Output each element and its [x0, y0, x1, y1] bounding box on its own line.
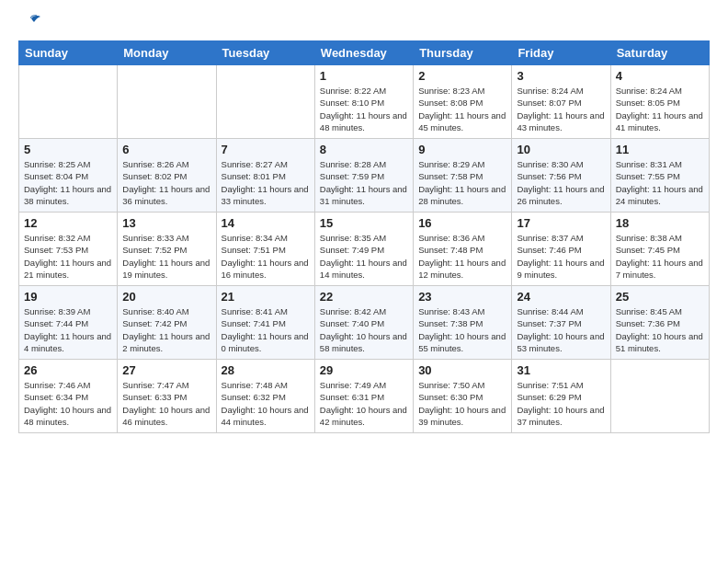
calendar-week-row: 26Sunrise: 7:46 AM Sunset: 6:34 PM Dayli…	[19, 360, 710, 433]
day-number: 9	[418, 143, 506, 156]
header	[18, 15, 710, 33]
day-number: 19	[24, 290, 112, 304]
day-number: 21	[222, 290, 310, 304]
day-info: Sunrise: 8:24 AM Sunset: 8:05 PM Dayligh…	[616, 85, 704, 133]
calendar-day-cell: 15Sunrise: 8:35 AM Sunset: 7:49 PM Dayli…	[314, 213, 413, 286]
day-number: 23	[418, 290, 506, 304]
col-friday: Friday	[512, 41, 610, 65]
calendar-day-cell: 10Sunrise: 8:30 AM Sunset: 7:56 PM Dayli…	[512, 139, 610, 213]
calendar-week-row: 5Sunrise: 8:25 AM Sunset: 8:04 PM Daylig…	[19, 139, 710, 213]
calendar-day-cell: 5Sunrise: 8:25 AM Sunset: 8:04 PM Daylig…	[19, 139, 118, 213]
day-info: Sunrise: 8:27 AM Sunset: 8:01 PM Dayligh…	[222, 158, 310, 207]
day-info: Sunrise: 8:38 AM Sunset: 7:45 PM Dayligh…	[616, 232, 704, 281]
day-info: Sunrise: 7:48 AM Sunset: 6:32 PM Dayligh…	[222, 379, 310, 428]
calendar-day-cell: 25Sunrise: 8:45 AM Sunset: 7:36 PM Dayli…	[610, 286, 709, 360]
calendar-day-cell	[610, 360, 709, 433]
day-number: 25	[616, 290, 704, 304]
day-number: 15	[320, 216, 408, 230]
calendar-week-row: 19Sunrise: 8:39 AM Sunset: 7:44 PM Dayli…	[19, 286, 710, 360]
calendar-day-cell: 28Sunrise: 7:48 AM Sunset: 6:32 PM Dayli…	[216, 360, 314, 433]
day-info: Sunrise: 8:37 AM Sunset: 7:46 PM Dayligh…	[517, 232, 605, 281]
day-info: Sunrise: 8:29 AM Sunset: 7:58 PM Dayligh…	[418, 158, 506, 207]
day-info: Sunrise: 8:25 AM Sunset: 8:04 PM Dayligh…	[24, 158, 112, 207]
day-number: 16	[418, 216, 506, 230]
calendar-day-cell: 11Sunrise: 8:31 AM Sunset: 7:55 PM Dayli…	[610, 139, 709, 213]
day-info: Sunrise: 7:50 AM Sunset: 6:30 PM Dayligh…	[418, 379, 506, 428]
day-info: Sunrise: 8:43 AM Sunset: 7:38 PM Dayligh…	[418, 305, 506, 354]
calendar-day-cell: 27Sunrise: 7:47 AM Sunset: 6:33 PM Dayli…	[118, 360, 216, 433]
day-number: 4	[616, 69, 704, 83]
day-info: Sunrise: 8:23 AM Sunset: 8:08 PM Dayligh…	[418, 85, 506, 133]
calendar-day-cell: 26Sunrise: 7:46 AM Sunset: 6:34 PM Dayli…	[19, 360, 118, 433]
calendar-day-cell: 14Sunrise: 8:34 AM Sunset: 7:51 PM Dayli…	[216, 213, 314, 286]
calendar-day-cell: 24Sunrise: 8:44 AM Sunset: 7:37 PM Dayli…	[512, 286, 610, 360]
calendar-day-cell: 30Sunrise: 7:50 AM Sunset: 6:30 PM Dayli…	[414, 360, 512, 433]
day-number: 11	[616, 143, 704, 156]
col-monday: Monday	[118, 41, 216, 65]
day-number: 28	[222, 363, 310, 377]
day-info: Sunrise: 8:39 AM Sunset: 7:44 PM Dayligh…	[24, 305, 112, 354]
day-number: 1	[320, 69, 408, 83]
calendar-day-cell: 4Sunrise: 8:24 AM Sunset: 8:05 PM Daylig…	[610, 65, 709, 139]
calendar-day-cell: 19Sunrise: 8:39 AM Sunset: 7:44 PM Dayli…	[19, 286, 118, 360]
calendar-day-cell: 1Sunrise: 8:22 AM Sunset: 8:10 PM Daylig…	[314, 65, 413, 139]
day-info: Sunrise: 8:31 AM Sunset: 7:55 PM Dayligh…	[616, 158, 704, 207]
day-info: Sunrise: 7:47 AM Sunset: 6:33 PM Dayligh…	[122, 379, 210, 428]
calendar-week-row: 12Sunrise: 8:32 AM Sunset: 7:53 PM Dayli…	[19, 213, 710, 286]
day-number: 5	[24, 143, 112, 156]
calendar-day-cell: 2Sunrise: 8:23 AM Sunset: 8:08 PM Daylig…	[414, 65, 512, 139]
day-info: Sunrise: 7:51 AM Sunset: 6:29 PM Dayligh…	[517, 379, 605, 428]
day-info: Sunrise: 8:32 AM Sunset: 7:53 PM Dayligh…	[24, 232, 112, 281]
day-info: Sunrise: 8:45 AM Sunset: 7:36 PM Dayligh…	[616, 305, 704, 354]
calendar-day-cell: 16Sunrise: 8:36 AM Sunset: 7:48 PM Dayli…	[414, 213, 512, 286]
day-info: Sunrise: 8:35 AM Sunset: 7:49 PM Dayligh…	[320, 232, 408, 281]
calendar-day-cell: 18Sunrise: 8:38 AM Sunset: 7:45 PM Dayli…	[610, 213, 709, 286]
calendar-body: 1Sunrise: 8:22 AM Sunset: 8:10 PM Daylig…	[19, 65, 710, 433]
day-info: Sunrise: 8:41 AM Sunset: 7:41 PM Dayligh…	[222, 305, 310, 354]
day-number: 7	[222, 143, 310, 156]
day-number: 20	[122, 290, 210, 304]
col-thursday: Thursday	[414, 41, 512, 65]
calendar-day-cell: 8Sunrise: 8:28 AM Sunset: 7:59 PM Daylig…	[314, 139, 413, 213]
day-info: Sunrise: 8:44 AM Sunset: 7:37 PM Dayligh…	[517, 305, 605, 354]
col-sunday: Sunday	[19, 41, 118, 65]
col-saturday: Saturday	[610, 41, 709, 65]
calendar-day-cell: 23Sunrise: 8:43 AM Sunset: 7:38 PM Dayli…	[414, 286, 512, 360]
day-number: 6	[122, 143, 210, 156]
calendar-day-cell: 20Sunrise: 8:40 AM Sunset: 7:42 PM Dayli…	[118, 286, 216, 360]
header-row: Sunday Monday Tuesday Wednesday Thursday…	[19, 41, 710, 65]
day-number: 26	[24, 363, 112, 377]
calendar-day-cell	[118, 65, 216, 139]
calendar-day-cell	[19, 65, 118, 139]
calendar-day-cell: 31Sunrise: 7:51 AM Sunset: 6:29 PM Dayli…	[512, 360, 610, 433]
day-info: Sunrise: 8:24 AM Sunset: 8:07 PM Dayligh…	[517, 85, 605, 133]
calendar-day-cell: 3Sunrise: 8:24 AM Sunset: 8:07 PM Daylig…	[512, 65, 610, 139]
col-tuesday: Tuesday	[216, 41, 314, 65]
day-info: Sunrise: 8:30 AM Sunset: 7:56 PM Dayligh…	[517, 158, 605, 207]
day-info: Sunrise: 8:28 AM Sunset: 7:59 PM Dayligh…	[320, 158, 408, 207]
day-info: Sunrise: 7:49 AM Sunset: 6:31 PM Dayligh…	[320, 379, 408, 428]
day-number: 18	[616, 216, 704, 230]
day-info: Sunrise: 8:33 AM Sunset: 7:52 PM Dayligh…	[122, 232, 210, 281]
calendar-day-cell: 21Sunrise: 8:41 AM Sunset: 7:41 PM Dayli…	[216, 286, 314, 360]
calendar-day-cell: 9Sunrise: 8:29 AM Sunset: 7:58 PM Daylig…	[414, 139, 512, 213]
calendar-day-cell	[216, 65, 314, 139]
day-number: 29	[320, 363, 408, 377]
calendar-table: Sunday Monday Tuesday Wednesday Thursday…	[18, 40, 710, 433]
day-number: 22	[320, 290, 408, 304]
day-number: 24	[517, 290, 605, 304]
page: Sunday Monday Tuesday Wednesday Thursday…	[0, 0, 728, 563]
day-info: Sunrise: 8:42 AM Sunset: 7:40 PM Dayligh…	[320, 305, 408, 354]
logo	[18, 15, 41, 33]
day-info: Sunrise: 8:36 AM Sunset: 7:48 PM Dayligh…	[418, 232, 506, 281]
day-number: 10	[517, 143, 605, 156]
col-wednesday: Wednesday	[314, 41, 413, 65]
day-info: Sunrise: 8:34 AM Sunset: 7:51 PM Dayligh…	[222, 232, 310, 281]
day-number: 17	[517, 216, 605, 230]
calendar-day-cell: 17Sunrise: 8:37 AM Sunset: 7:46 PM Dayli…	[512, 213, 610, 286]
calendar-day-cell: 13Sunrise: 8:33 AM Sunset: 7:52 PM Dayli…	[118, 213, 216, 286]
day-number: 14	[222, 216, 310, 230]
day-info: Sunrise: 8:22 AM Sunset: 8:10 PM Dayligh…	[320, 85, 408, 133]
day-number: 2	[418, 69, 506, 83]
day-number: 27	[122, 363, 210, 377]
